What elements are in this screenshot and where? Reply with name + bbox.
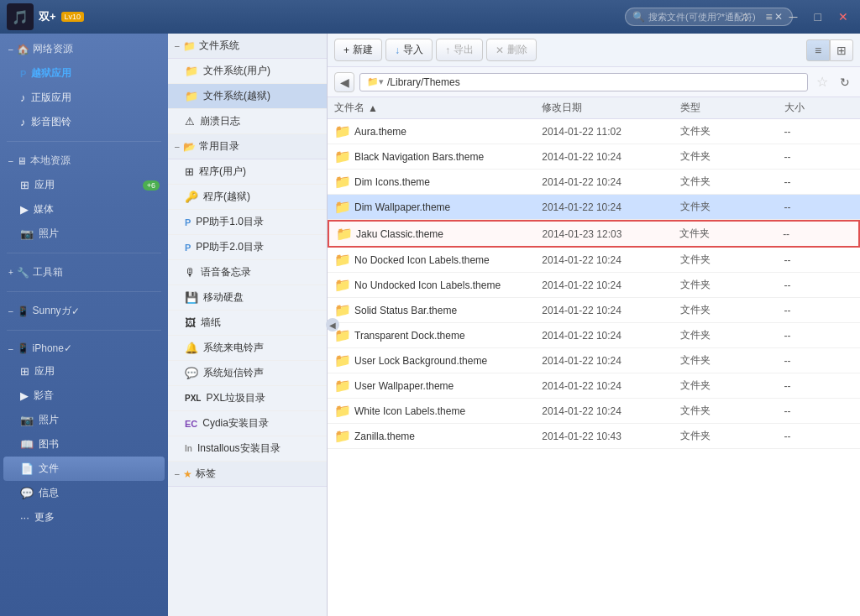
grid-view-button[interactable]: ⊞ — [830, 39, 853, 61]
mp-item-pp1[interactable]: P PP助手1.0目录 — [168, 210, 327, 235]
network-toggle: – — [8, 44, 13, 54]
music-icon[interactable]: ♫ — [735, 8, 754, 25]
sidebar-item-photos[interactable]: 📷 照片 — [0, 222, 168, 246]
mp-item-crash-log[interactable]: ⚠ 崩溃日志 — [168, 109, 327, 134]
file-panel: + 新建 ↓ 导入 ↑ 导出 ✕ 删除 ≡ ⊞ ◀ 📁 — [328, 34, 860, 616]
mp-item-cydia[interactable]: EC Cydia安装目录 — [168, 411, 327, 436]
table-row[interactable]: 📁 Transparent Dock.theme 2014-01-22 10:2… — [328, 323, 860, 348]
sunny-label: Sunnyガ — [33, 304, 71, 318]
favorite-star-icon[interactable]: ☆ — [813, 74, 831, 90]
file-name-cell: 📁 Transparent Dock.theme — [334, 327, 542, 343]
pp1-label: PP助手1.0目录 — [196, 215, 264, 229]
toolbox-toggle: + — [8, 268, 13, 277]
close-button[interactable]: ✕ — [833, 8, 853, 25]
mp-item-ringtone[interactable]: 🔔 系统来电铃声 — [168, 336, 327, 361]
iphone-section-header[interactable]: – 📱 iPhone ✓ — [0, 337, 168, 359]
sidebar-item-iphone-messages[interactable]: 💬 信息 — [0, 481, 168, 505]
file-date-cell: 2014-01-22 11:02 — [542, 126, 680, 138]
file-date-cell: 2014-01-22 10:24 — [542, 176, 680, 188]
mp-item-voice-memo[interactable]: 🎙 语音备忘录 — [168, 260, 327, 285]
network-section-header[interactable]: – 🏠 网络资源 — [0, 37, 168, 61]
pp2-icon: P — [185, 243, 191, 253]
file-name-cell: 📁 White Icon Labels.theme — [334, 403, 542, 419]
folder-icon: 📁 — [334, 403, 351, 419]
sidebar-item-apps[interactable]: ⊞ 应用 +6 — [0, 173, 168, 197]
network-icon: 🏠 — [17, 44, 29, 55]
sidebar-item-official-apps[interactable]: ♪ 正版应用 — [0, 86, 168, 110]
address-path[interactable]: 📁▾ /Library/Themes — [359, 73, 808, 91]
table-row[interactable]: 📁 Jaku Classic.theme 2014-01-23 12:03 文件… — [328, 220, 860, 248]
media-icon: ▶ — [20, 203, 29, 216]
toolbar-icon[interactable]: ≡ — [760, 8, 777, 25]
back-button[interactable]: ◀ — [334, 72, 354, 92]
refresh-icon[interactable]: ↻ — [836, 76, 853, 89]
collapse-arrow[interactable]: ◀ — [326, 318, 339, 331]
mp-item-pp2[interactable]: P PP助手2.0目录 — [168, 235, 327, 260]
table-row[interactable]: 📁 User Wallpaper.theme 2014-01-22 10:24 … — [328, 373, 860, 399]
mp-item-sms-tone[interactable]: 💬 系统短信铃声 — [168, 361, 327, 386]
tags-label: 标签 — [196, 467, 216, 481]
table-row[interactable]: 📁 Dim Icons.theme 2014-01-22 10:24 文件夹 -… — [328, 170, 860, 195]
table-row[interactable]: 📁 Zanilla.theme 2014-01-22 10:43 文件夹 -- — [328, 424, 860, 449]
mp-item-user-programs[interactable]: ⊞ 程序(用户) — [168, 159, 327, 185]
mp-item-hdd[interactable]: 💾 移动硬盘 — [168, 285, 327, 311]
common-dirs-header[interactable]: – 📂 常用目录 — [168, 134, 327, 159]
mp-item-wallpaper[interactable]: 🖼 墙纸 — [168, 311, 327, 336]
file-type-cell: 文件夹 — [680, 124, 784, 138]
sidebar-item-iphone-files[interactable]: 📄 文件 — [3, 457, 165, 481]
sidebar-item-jailbreak-apps[interactable]: P 越狱应用 — [0, 61, 168, 86]
crash-log-label: 崩溃日志 — [200, 114, 240, 128]
user-progs-label: 程序(用户) — [199, 164, 246, 179]
common-dirs-label: 常用目录 — [199, 139, 239, 154]
minimize-button[interactable]: ─ — [784, 8, 803, 25]
col-type-header[interactable]: 类型 — [680, 101, 784, 115]
table-row[interactable]: 📁 No Docked Icon Labels.theme 2014-01-22… — [328, 248, 860, 273]
toolbox-section-header[interactable]: + 🔧 工具箱 — [0, 260, 168, 285]
file-type-cell: 文件夹 — [680, 328, 784, 342]
iphone-files-icon: 📄 — [20, 462, 34, 475]
tags-header[interactable]: – ★ 标签 — [168, 462, 327, 487]
iphone-apps-icon: ⊞ — [20, 365, 29, 378]
maximize-button[interactable]: □ — [810, 8, 826, 25]
mp-item-pxl[interactable]: PXL PXL垃圾目录 — [168, 386, 327, 411]
table-row[interactable]: 📁 No Undocked Icon Labels.theme 2014-01-… — [328, 273, 860, 298]
sidebar-item-iphone-more[interactable]: ··· 更多 — [0, 505, 168, 530]
col-date-header[interactable]: 修改日期 — [542, 101, 680, 115]
mp-item-jb-programs[interactable]: 🔑 程序(越狱) — [168, 185, 327, 210]
export-button[interactable]: ↑ 导出 — [436, 39, 483, 61]
sidebar-item-media[interactable]: ▶ 媒体 — [0, 197, 168, 222]
mp-item-installous[interactable]: In Installous安装目录 — [168, 436, 327, 462]
table-row[interactable]: 📁 Black Navigation Bars.theme 2014-01-22… — [328, 144, 860, 170]
table-row[interactable]: 📁 Dim Wallpaper.theme 2014-01-22 10:24 文… — [328, 195, 860, 220]
file-toolbar: + 新建 ↓ 导入 ↑ 导出 ✕ 删除 ≡ ⊞ — [328, 34, 860, 67]
folder-icon: 📁 — [334, 378, 351, 394]
mp-item-jailbreak-fs[interactable]: 📁 文件系统(越狱) — [168, 84, 327, 109]
local-toggle: – — [8, 156, 13, 165]
sidebar-item-iphone-apps[interactable]: ⊞ 应用 — [0, 359, 168, 384]
iphone-more-icon: ··· — [20, 511, 29, 524]
import-button[interactable]: ↓ 导入 — [385, 39, 433, 61]
col-size-header[interactable]: 大小 — [784, 101, 853, 115]
tags-toggle: – — [175, 469, 180, 478]
local-section-header[interactable]: – 🖥 本地资源 — [0, 149, 168, 173]
sidebar-item-iphone-av[interactable]: ▶ 影音 — [0, 384, 168, 408]
table-row[interactable]: 📁 Solid Status Bar.theme 2014-01-22 10:2… — [328, 298, 860, 323]
sidebar-item-media-ring[interactable]: ♪ 影音图铃 — [0, 110, 168, 134]
sunny-section: – 📱 Sunnyガ ✓ — [0, 295, 168, 326]
table-row[interactable]: 📁 Aura.theme 2014-01-22 11:02 文件夹 -- — [328, 119, 860, 144]
pxl-label: PXL垃圾目录 — [206, 391, 265, 405]
table-row[interactable]: 📁 White Icon Labels.theme 2014-01-22 10:… — [328, 399, 860, 424]
sidebar-item-iphone-photos[interactable]: 📷 照片 — [0, 408, 168, 432]
file-name-cell: 📁 No Undocked Icon Labels.theme — [334, 277, 542, 293]
sidebar-item-iphone-books[interactable]: 📖 图书 — [0, 432, 168, 457]
filesystem-header[interactable]: – 📁 文件系统 — [168, 34, 327, 59]
mp-item-user-fs[interactable]: 📁 文件系统(用户) — [168, 59, 327, 84]
import-label: 导入 — [403, 43, 423, 57]
new-button[interactable]: + 新建 — [334, 39, 382, 61]
delete-button[interactable]: ✕ 删除 — [486, 39, 537, 61]
col-name-header[interactable]: 文件名 ▲ — [334, 101, 542, 115]
sunny-section-header[interactable]: – 📱 Sunnyガ ✓ — [0, 299, 168, 323]
table-row[interactable]: 📁 User Lock Background.theme 2014-01-22 … — [328, 348, 860, 373]
hdd-label: 移动硬盘 — [203, 290, 244, 305]
list-view-button[interactable]: ≡ — [806, 39, 830, 61]
